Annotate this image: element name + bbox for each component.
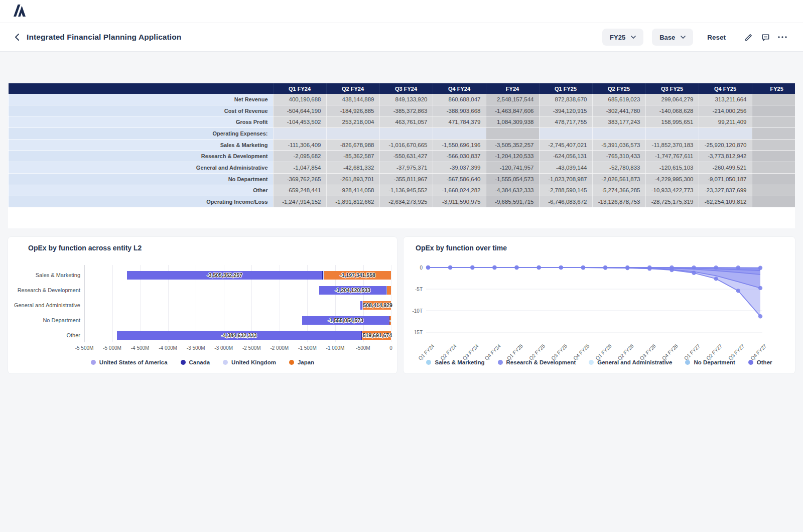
grid-cell[interactable]: -85,362,587 [326,151,379,162]
grid-cell[interactable] [433,128,486,140]
data-point[interactable] [492,265,496,270]
grid-cell[interactable] [645,128,699,140]
grid-cell[interactable]: -624,056,131 [539,151,592,162]
grid-cell[interactable]: -6,746,083,672 [539,196,592,208]
column-header[interactable]: Q2 FY25 [592,83,645,94]
column-header[interactable]: Q4 FY25 [699,83,752,94]
data-point[interactable] [426,265,430,270]
grid-cell[interactable]: -3,505,352,257 [486,139,539,151]
grid-cell[interactable]: 463,761,057 [379,116,433,128]
grid-cell[interactable]: 860,688,047 [433,94,486,105]
grid-cell[interactable]: -23,327,837,699 [699,185,752,196]
grid-cell[interactable]: -302,441,780 [592,105,645,116]
reset-button[interactable]: Reset [707,34,726,41]
grid-cell[interactable]: -2,634,273,925 [379,196,433,208]
line-chart-plot[interactable]: 0-5T-10T-15TQ1 FY24Q2 FY24Q3 FY24Q4 FY24… [404,262,785,362]
series-line[interactable] [428,268,760,268]
data-point[interactable] [670,265,674,270]
grid-cell[interactable]: 849,133,920 [379,94,433,105]
grid-cell[interactable]: 478,717,755 [539,116,592,128]
comment-icon[interactable] [759,31,772,44]
period-selector[interactable]: FY25 [602,29,643,46]
data-point[interactable] [714,277,718,281]
grid-cell[interactable]: -110,852,24 [752,196,795,208]
column-header[interactable]: Q3 FY24 [379,83,433,94]
grid-cell[interactable]: -9,071,050,187 [699,173,752,185]
column-header[interactable]: Q1 FY24 [273,83,326,94]
column-header[interactable]: FY25 [752,83,795,94]
grid-cell[interactable]: -504,644,190 [273,105,326,116]
data-point[interactable] [736,289,740,293]
bar-segment[interactable] [389,316,389,325]
bar-segment[interactable] [386,286,387,295]
data-point[interactable] [692,271,696,275]
grid-cell[interactable]: -11,852,370,183 [645,139,699,151]
data-point[interactable] [470,265,474,270]
row-label[interactable]: Sales & Marketing [9,139,274,151]
grid-cell[interactable]: 383,177,243 [592,116,645,128]
grid-cell[interactable]: -120,741,957 [486,162,539,174]
column-header[interactable]: Q4 FY24 [433,83,486,94]
grid-cell[interactable]: -6,910,94 [752,151,795,162]
grid-cell[interactable]: -1,660,024,282 [433,185,486,196]
grid-cell[interactable]: -2,026,561,873 [592,173,645,185]
back-button[interactable] [14,33,20,41]
grid-cell[interactable]: 313,211,664 [699,94,752,105]
grid-cell[interactable]: -42,681,332 [326,162,379,174]
row-label[interactable]: Research & Development [9,151,274,162]
row-label[interactable]: Gross Profit [9,116,274,128]
data-point[interactable] [448,265,452,270]
bar-segment[interactable] [362,331,362,340]
grid-cell[interactable]: -52,780,833 [592,162,645,174]
grid-cell[interactable]: -1,016,670,665 [379,139,433,151]
data-point[interactable] [758,266,762,270]
row-label[interactable]: General and Administrative [9,162,274,174]
data-point[interactable] [758,314,762,318]
grid-cell[interactable]: -659,248,441 [273,185,326,196]
grid-cell[interactable]: -826,678,988 [326,139,379,151]
grid-cell[interactable]: -5,274,366,285 [592,185,645,196]
grid-cell[interactable]: -1,023,708,987 [539,173,592,185]
grid-cell[interactable]: -1,463,847,606 [486,105,539,116]
grid-cell[interactable]: -120,615,103 [645,162,699,174]
grid-cell[interactable]: -140,068,628 [645,105,699,116]
grid-cell[interactable]: -2,095,682 [273,151,326,162]
legend-item[interactable]: Canada [181,359,210,365]
data-point[interactable] [603,265,607,270]
grid-cell[interactable]: -184,926,885 [326,105,379,116]
grid-cell[interactable]: -261,893,701 [326,173,379,185]
grid-cell[interactable]: -28,725,175,319 [645,196,699,208]
grid-cell[interactable]: -39,037,399 [433,162,486,174]
grid-cell[interactable]: -43,039,144 [539,162,592,174]
grid-cell[interactable]: 1,084,309,938 [486,116,539,128]
grid-cell[interactable]: 685,619,023 [592,94,645,105]
column-header[interactable]: Q2 FY24 [326,83,379,94]
bar-chart-plot[interactable]: -1,197,341,558-3,505,352,257-1,204,120,5… [84,265,391,342]
grid-cell[interactable]: 872,838,670 [539,94,592,105]
grid-cell[interactable]: -1,047,854 [273,162,326,174]
grid-cell[interactable] [379,128,433,140]
grid-cell[interactable]: 2,170,73 [752,94,795,105]
bar-segment[interactable] [322,271,323,280]
bar-segment[interactable] [323,271,324,280]
legend-item[interactable]: Japan [289,359,314,365]
grid-cell[interactable]: -62,254,109,812 [699,196,752,208]
grid-cell[interactable]: -1,204,120,533 [486,151,539,162]
grid-cell[interactable]: -394,120,915 [539,105,592,116]
grid-cell[interactable]: -388,903,668 [433,105,486,116]
grid-cell[interactable]: -214,000,256 [699,105,752,116]
grid-cell[interactable]: -928,414,058 [326,185,379,196]
data-point[interactable] [714,265,718,270]
legend-item[interactable]: General and Administrative [589,359,672,365]
bar-segment[interactable] [360,301,362,310]
grid-cell[interactable] [486,128,539,140]
grid-cell[interactable] [752,128,795,140]
legend-item[interactable]: Sales & Marketing [426,359,484,365]
grid-cell[interactable]: -1,247,914,152 [273,196,326,208]
version-selector[interactable]: Base [652,29,693,46]
grid-cell[interactable]: -765,310,433 [592,151,645,162]
grid-cell[interactable]: -25,920,120,870 [699,139,752,151]
grid-cell[interactable] [699,128,752,140]
grid-cell[interactable]: 471,784,379 [433,116,486,128]
data-point[interactable] [514,265,518,270]
